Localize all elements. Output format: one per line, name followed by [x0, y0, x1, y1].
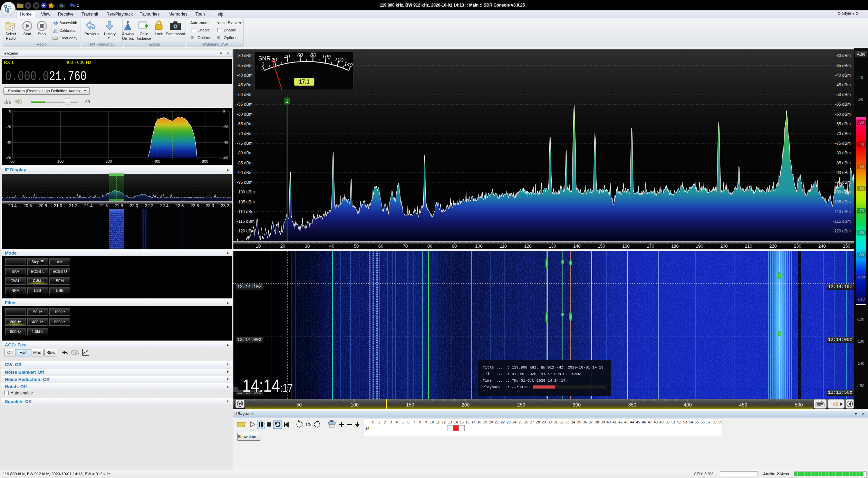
svg-text:350: 350 — [628, 402, 636, 408]
svg-text:50: 50 — [297, 402, 302, 408]
svg-text:150: 150 — [406, 402, 414, 408]
svg-text:100: 100 — [350, 402, 359, 408]
svg-text:400: 400 — [684, 402, 692, 408]
svg-text:300: 300 — [573, 402, 581, 408]
svg-text:10s: 10s — [305, 422, 312, 427]
svg-text:450: 450 — [739, 402, 748, 408]
svg-text:250: 250 — [517, 402, 525, 408]
svg-text:500: 500 — [795, 402, 803, 408]
svg-text:x2: x2 — [833, 401, 838, 407]
svg-text:200: 200 — [462, 402, 470, 408]
